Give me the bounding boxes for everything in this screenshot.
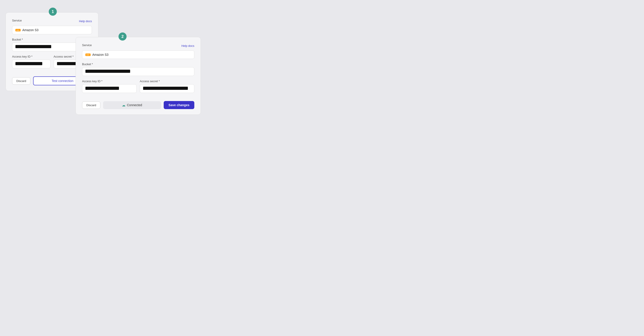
card2-access-key-input[interactable]	[82, 84, 137, 93]
card2-access-key-redacted	[86, 87, 119, 90]
card1-bucket-redacted	[16, 45, 51, 48]
card1-header: Service Help docs	[12, 19, 92, 24]
card2-secret-section: Access secret *	[140, 80, 194, 93]
card2-aws-logo-icon: aws	[86, 54, 90, 56]
step-badge-1: 1	[49, 8, 57, 16]
card1-access-key-label: Access key ID *	[12, 55, 50, 58]
save-changes-button[interactable]: Save changes	[164, 101, 194, 109]
card1-help-link[interactable]: Help docs	[79, 20, 92, 23]
card2-credentials-row: Access key ID * Access secret *	[82, 80, 194, 97]
card2-secret-redacted	[143, 87, 188, 90]
card2-service-label: Service	[82, 44, 92, 47]
card1-secret-redacted	[57, 62, 77, 65]
card1-service-select[interactable]: aws Amazon S3	[12, 26, 92, 34]
connected-icon: ☁	[122, 103, 126, 107]
card2-panel: Service Help docs aws Amazon S3 Bucket *…	[76, 37, 201, 115]
card1-access-key-input[interactable]	[12, 60, 50, 68]
card2-secret-label: Access secret *	[140, 80, 194, 83]
card2-help-link[interactable]: Help docs	[181, 44, 194, 48]
card2-service-select[interactable]: aws Amazon S3	[82, 50, 194, 59]
connected-label: Connected	[127, 103, 142, 107]
card2-bucket-input[interactable]	[82, 67, 194, 76]
aws-logo: aws	[16, 29, 20, 31]
card2-footer: Discard ☁ Connected Save changes	[82, 101, 194, 109]
aws-logo-icon: aws	[16, 29, 20, 31]
card1-service-label: Service	[12, 19, 22, 22]
card1-discard-button[interactable]: Discard	[12, 77, 30, 85]
card1-access-key-redacted	[16, 62, 42, 65]
card2-access-key-section: Access key ID *	[82, 80, 137, 93]
card1-service-name: Amazon S3	[22, 28, 38, 32]
card2-service-name: Amazon S3	[92, 53, 108, 56]
card2-secret-input[interactable]	[140, 84, 194, 93]
card2-access-key-label: Access key ID *	[82, 80, 137, 83]
card2-bucket-label: Bucket *	[82, 63, 194, 66]
card2-bucket-redacted	[86, 70, 130, 73]
card2-aws-logo: aws	[86, 54, 90, 56]
card2-bucket-section: Bucket *	[82, 63, 194, 76]
card2-discard-button[interactable]: Discard	[82, 101, 100, 109]
card1-access-key-section: Access key ID *	[12, 55, 50, 68]
card2-header: Service Help docs	[82, 44, 194, 48]
connected-status: ☁ Connected	[103, 101, 161, 109]
step-badge-2: 2	[118, 33, 126, 41]
